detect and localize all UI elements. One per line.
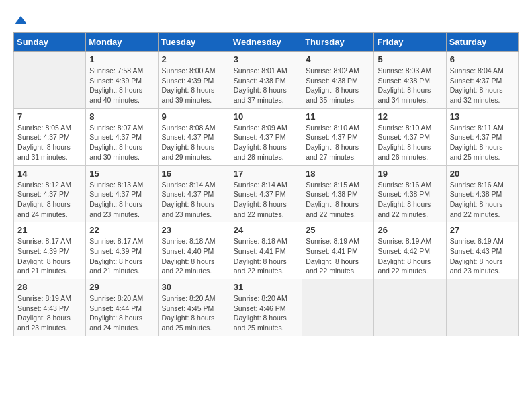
day-number: 19 <box>378 169 442 179</box>
day-info: Sunrise: 8:19 AMSunset: 4:43 PMDaylight:… <box>450 236 515 276</box>
calendar-cell <box>446 279 518 336</box>
day-number: 23 <box>162 225 226 235</box>
calendar-cell <box>302 279 374 336</box>
calendar-cell: 11Sunrise: 8:10 AMSunset: 4:37 PMDayligh… <box>302 108 374 165</box>
day-info: Sunrise: 8:14 AMSunset: 4:37 PMDaylight:… <box>162 180 226 220</box>
day-number: 29 <box>89 282 154 292</box>
day-number: 14 <box>17 169 82 179</box>
calendar-week-3: 14Sunrise: 8:12 AMSunset: 4:37 PMDayligh… <box>14 165 519 222</box>
day-info: Sunrise: 8:16 AMSunset: 4:38 PMDaylight:… <box>378 180 442 220</box>
day-header-thursday: Thursday <box>302 33 374 52</box>
calendar-cell: 14Sunrise: 8:12 AMSunset: 4:37 PMDayligh… <box>14 165 86 222</box>
calendar-cell: 2Sunrise: 8:00 AMSunset: 4:39 PMDaylight… <box>158 52 230 109</box>
calendar-cell: 24Sunrise: 8:18 AMSunset: 4:41 PMDayligh… <box>230 222 302 279</box>
calendar-cell: 13Sunrise: 8:11 AMSunset: 4:37 PMDayligh… <box>446 108 518 165</box>
calendar-cell: 20Sunrise: 8:16 AMSunset: 4:38 PMDayligh… <box>446 165 518 222</box>
day-number: 3 <box>234 54 298 64</box>
day-number: 5 <box>378 54 442 64</box>
calendar-cell <box>374 279 446 336</box>
day-info: Sunrise: 8:10 AMSunset: 4:37 PMDaylight:… <box>306 123 370 163</box>
calendar-cell: 30Sunrise: 8:20 AMSunset: 4:45 PMDayligh… <box>158 279 230 336</box>
calendar-cell <box>14 52 86 109</box>
day-info: Sunrise: 8:11 AMSunset: 4:37 PMDaylight:… <box>450 123 515 163</box>
calendar-cell: 6Sunrise: 8:04 AMSunset: 4:37 PMDaylight… <box>446 52 518 109</box>
day-info: Sunrise: 8:13 AMSunset: 4:37 PMDaylight:… <box>89 180 154 220</box>
day-info: Sunrise: 8:08 AMSunset: 4:37 PMDaylight:… <box>162 123 226 163</box>
day-number: 1 <box>89 54 154 64</box>
calendar-week-2: 7Sunrise: 8:05 AMSunset: 4:37 PMDaylight… <box>14 108 519 165</box>
day-info: Sunrise: 8:01 AMSunset: 4:38 PMDaylight:… <box>234 66 298 105</box>
calendar-cell: 10Sunrise: 8:09 AMSunset: 4:37 PMDayligh… <box>230 108 302 165</box>
day-number: 25 <box>306 225 370 235</box>
day-number: 7 <box>17 111 82 122</box>
day-number: 4 <box>306 54 370 64</box>
day-number: 11 <box>306 111 370 122</box>
logo <box>13 13 28 26</box>
calendar-week-1: 1Sunrise: 7:58 AMSunset: 4:39 PMDaylight… <box>14 52 519 109</box>
day-header-friday: Friday <box>374 33 446 52</box>
page-header <box>13 13 519 26</box>
day-number: 2 <box>162 54 226 64</box>
calendar-cell: 18Sunrise: 8:15 AMSunset: 4:38 PMDayligh… <box>302 165 374 222</box>
day-number: 6 <box>450 54 515 64</box>
calendar-cell: 19Sunrise: 8:16 AMSunset: 4:38 PMDayligh… <box>374 165 446 222</box>
calendar-cell: 3Sunrise: 8:01 AMSunset: 4:38 PMDaylight… <box>230 52 302 109</box>
day-info: Sunrise: 8:16 AMSunset: 4:38 PMDaylight:… <box>450 180 515 220</box>
day-info: Sunrise: 8:09 AMSunset: 4:37 PMDaylight:… <box>234 123 298 163</box>
day-number: 21 <box>17 225 82 235</box>
calendar-cell: 7Sunrise: 8:05 AMSunset: 4:37 PMDaylight… <box>14 108 86 165</box>
day-header-sunday: Sunday <box>14 33 86 52</box>
day-info: Sunrise: 8:18 AMSunset: 4:40 PMDaylight:… <box>162 236 226 276</box>
day-info: Sunrise: 8:10 AMSunset: 4:37 PMDaylight:… <box>378 123 442 163</box>
calendar-table: SundayMondayTuesdayWednesdayThursdayFrid… <box>13 32 519 336</box>
day-header-tuesday: Tuesday <box>158 33 230 52</box>
day-number: 8 <box>89 111 154 122</box>
day-info: Sunrise: 8:14 AMSunset: 4:37 PMDaylight:… <box>234 180 298 220</box>
calendar-week-4: 21Sunrise: 8:17 AMSunset: 4:39 PMDayligh… <box>14 222 519 279</box>
day-info: Sunrise: 8:07 AMSunset: 4:37 PMDaylight:… <box>89 123 154 163</box>
day-number: 31 <box>234 282 298 292</box>
calendar-cell: 1Sunrise: 7:58 AMSunset: 4:39 PMDaylight… <box>86 52 158 109</box>
calendar-cell: 25Sunrise: 8:19 AMSunset: 4:41 PMDayligh… <box>302 222 374 279</box>
calendar-week-5: 28Sunrise: 8:19 AMSunset: 4:43 PMDayligh… <box>14 279 519 336</box>
calendar-cell: 16Sunrise: 8:14 AMSunset: 4:37 PMDayligh… <box>158 165 230 222</box>
day-number: 15 <box>89 169 154 179</box>
day-info: Sunrise: 8:20 AMSunset: 4:45 PMDaylight:… <box>162 293 226 333</box>
day-header-saturday: Saturday <box>446 33 518 52</box>
day-header-wednesday: Wednesday <box>230 33 302 52</box>
day-number: 28 <box>17 282 82 292</box>
day-number: 27 <box>450 225 515 235</box>
day-number: 17 <box>234 169 298 179</box>
calendar-cell: 15Sunrise: 8:13 AMSunset: 4:37 PMDayligh… <box>86 165 158 222</box>
day-info: Sunrise: 8:02 AMSunset: 4:38 PMDaylight:… <box>306 66 370 105</box>
day-info: Sunrise: 8:19 AMSunset: 4:42 PMDaylight:… <box>378 236 442 276</box>
calendar-cell: 29Sunrise: 8:20 AMSunset: 4:44 PMDayligh… <box>86 279 158 336</box>
calendar-cell: 5Sunrise: 8:03 AMSunset: 4:38 PMDaylight… <box>374 52 446 109</box>
logo-icon <box>13 13 28 28</box>
day-info: Sunrise: 8:12 AMSunset: 4:37 PMDaylight:… <box>17 180 82 220</box>
day-number: 13 <box>450 111 515 122</box>
day-number: 24 <box>234 225 298 235</box>
calendar-cell: 9Sunrise: 8:08 AMSunset: 4:37 PMDaylight… <box>158 108 230 165</box>
day-number: 22 <box>89 225 154 235</box>
day-number: 20 <box>450 169 515 179</box>
day-header-monday: Monday <box>86 33 158 52</box>
calendar-cell: 22Sunrise: 8:17 AMSunset: 4:39 PMDayligh… <box>86 222 158 279</box>
day-info: Sunrise: 8:00 AMSunset: 4:39 PMDaylight:… <box>162 66 226 105</box>
day-number: 12 <box>378 111 442 122</box>
day-info: Sunrise: 8:18 AMSunset: 4:41 PMDaylight:… <box>234 236 298 276</box>
svg-marker-0 <box>15 16 27 24</box>
calendar-cell: 26Sunrise: 8:19 AMSunset: 4:42 PMDayligh… <box>374 222 446 279</box>
day-info: Sunrise: 8:03 AMSunset: 4:38 PMDaylight:… <box>378 66 442 105</box>
day-number: 30 <box>162 282 226 292</box>
day-number: 9 <box>162 111 226 122</box>
day-number: 10 <box>234 111 298 122</box>
day-number: 18 <box>306 169 370 179</box>
calendar-cell: 17Sunrise: 8:14 AMSunset: 4:37 PMDayligh… <box>230 165 302 222</box>
day-info: Sunrise: 8:15 AMSunset: 4:38 PMDaylight:… <box>306 180 370 220</box>
day-info: Sunrise: 8:19 AMSunset: 4:41 PMDaylight:… <box>306 236 370 276</box>
calendar-cell: 12Sunrise: 8:10 AMSunset: 4:37 PMDayligh… <box>374 108 446 165</box>
day-info: Sunrise: 8:20 AMSunset: 4:44 PMDaylight:… <box>89 293 154 333</box>
calendar-cell: 8Sunrise: 8:07 AMSunset: 4:37 PMDaylight… <box>86 108 158 165</box>
calendar-cell: 21Sunrise: 8:17 AMSunset: 4:39 PMDayligh… <box>14 222 86 279</box>
